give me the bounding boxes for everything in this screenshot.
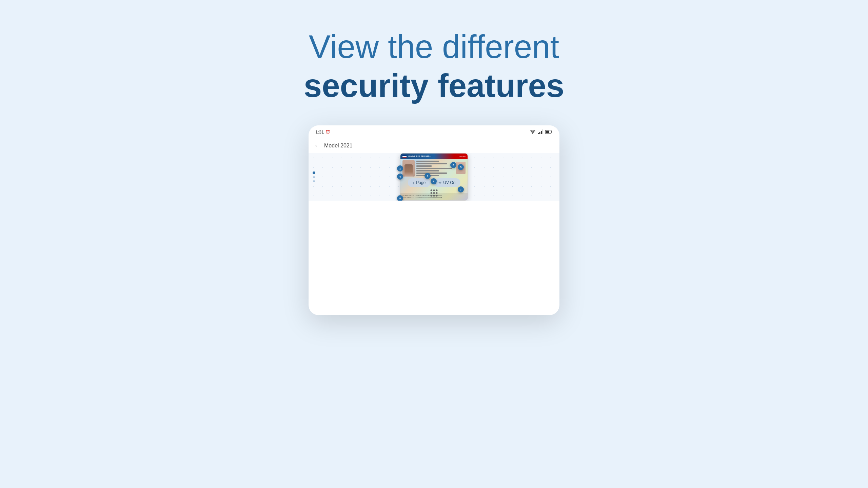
- id-card-body: [400, 159, 468, 193]
- header-title-light: View the different: [304, 27, 564, 66]
- uv-label: UV On: [443, 180, 455, 185]
- back-arrow-icon: ←: [314, 142, 321, 149]
- home-dot-8: [433, 195, 435, 197]
- signal-icon: [538, 129, 543, 134]
- status-bar: 1:31 ⏰: [309, 125, 559, 138]
- side-scroll-indicator: [313, 171, 315, 182]
- home-dot-6: [436, 192, 438, 194]
- device-frame: 1:31 ⏰ ← Mo: [309, 125, 559, 315]
- id-data-line-6: [416, 172, 447, 174]
- battery-icon: [545, 130, 553, 134]
- id-card-header: KONINKRIJK DER NED... SPEClass: [400, 154, 468, 159]
- content-area: 1 2 3 4 5 6 7 8: [309, 153, 559, 201]
- marker-8[interactable]: 8: [397, 195, 403, 201]
- nav-title: Model 2021: [324, 143, 353, 149]
- header-section: View the different security features: [304, 27, 564, 105]
- id-data-line-5: [416, 170, 439, 171]
- mrz-line-2: T12NL96503101F3103030<<<<<<<<<<<<<<<<<<<…: [402, 197, 466, 198]
- scroll-dot-inactive: [313, 176, 315, 178]
- home-dot-1: [431, 189, 432, 191]
- home-dot-7: [431, 195, 432, 197]
- home-dots: [431, 189, 438, 197]
- id-card-specclass: SPEClass: [459, 156, 466, 157]
- uv-icon: ✳: [438, 181, 441, 185]
- home-dot-5: [433, 192, 435, 194]
- id-data-line-4: [416, 168, 452, 169]
- scroll-dot-inactive-2: [313, 180, 315, 182]
- svg-rect-5: [552, 131, 552, 133]
- page-button[interactable]: ↓ Page: [408, 178, 431, 187]
- wifi-icon: [530, 129, 536, 134]
- status-time: 1:31: [315, 129, 324, 135]
- id-data-line-2: [416, 163, 447, 164]
- status-icons: [530, 129, 553, 134]
- svg-rect-6: [546, 131, 549, 133]
- back-button[interactable]: ← Model 2021: [314, 142, 353, 149]
- nav-bar: ← Model 2021: [309, 138, 559, 153]
- svg-rect-1: [539, 132, 540, 134]
- home-dot-2: [433, 189, 435, 191]
- id-photo: [402, 160, 415, 177]
- id-data-line-3: [416, 165, 432, 167]
- dutch-flag-icon: [402, 155, 407, 158]
- page-label: Page: [416, 180, 426, 185]
- scroll-dot-active: [313, 171, 315, 174]
- page-icon: ↓: [413, 181, 415, 185]
- svg-rect-0: [538, 133, 539, 134]
- svg-rect-2: [541, 131, 542, 134]
- header-title-bold: security features: [304, 66, 564, 105]
- alarm-icon: ⏰: [326, 130, 330, 134]
- home-dot-3: [436, 189, 438, 191]
- home-dot-4: [431, 192, 432, 194]
- id-card-country: KONINKRIJK DER NED...: [408, 155, 432, 157]
- home-dot-9: [436, 195, 438, 197]
- id-photo-silhouette: [405, 164, 413, 177]
- uv-button[interactable]: ✳ UV On: [434, 178, 460, 187]
- id-data-line-1: [416, 161, 439, 162]
- svg-rect-3: [542, 129, 544, 134]
